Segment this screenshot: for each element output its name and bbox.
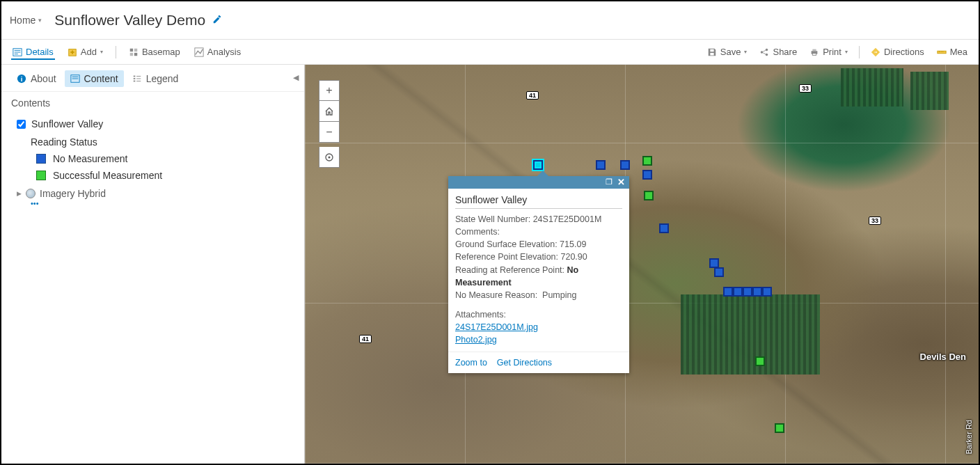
measure-label: Mea <box>950 47 967 57</box>
layer-more-icon[interactable]: ••• <box>11 199 294 207</box>
tab-content[interactable]: Content <box>65 70 124 87</box>
svg-point-13 <box>766 48 768 51</box>
layer-checkbox[interactable] <box>17 120 26 129</box>
popup-header: ❐ ✕ <box>448 176 629 189</box>
field-label: State Well Number: <box>455 214 530 224</box>
marker-no-measurement[interactable] <box>743 287 752 297</box>
details-label: Details <box>26 47 54 57</box>
marker-selected[interactable] <box>533 160 543 170</box>
basemap-layer-item[interactable]: ▶ Imagery Hybrid <box>11 184 294 199</box>
home-menu[interactable]: Home <box>10 15 42 26</box>
popup-title: Sunflower Valley <box>455 194 622 209</box>
svg-text:i: i <box>21 75 23 83</box>
zoom-in-button[interactable]: + <box>319 80 340 101</box>
save-label: Save <box>720 47 741 57</box>
svg-point-12 <box>761 51 764 54</box>
details-button[interactable]: Details <box>11 44 55 60</box>
marker-successful[interactable] <box>755 356 765 366</box>
tab-content-label: Content <box>84 73 118 84</box>
field-label: Reading at Reference Point: <box>455 265 564 275</box>
legend-row: No Measurement <box>11 150 294 167</box>
marker-successful[interactable] <box>644 191 654 200</box>
measure-button[interactable]: Mea <box>935 44 969 60</box>
sublayer-title: Reading Status <box>11 134 294 150</box>
directions-label: Directions <box>884 47 924 57</box>
expand-icon[interactable]: ▶ <box>17 190 22 197</box>
feature-popup: ❐ ✕ Sunflower Valley State Well Number: … <box>448 176 629 373</box>
layer-item[interactable]: Sunflower Valley <box>11 114 294 134</box>
farmland-patch <box>681 294 820 375</box>
directions-button[interactable]: Directions <box>869 44 926 60</box>
popup-tail <box>537 171 548 176</box>
share-label: Share <box>773 47 797 57</box>
analysis-label: Analysis <box>207 47 241 57</box>
highway-shield: 41 <box>359 335 372 343</box>
svg-rect-8 <box>134 48 137 51</box>
marker-no-measurement[interactable] <box>620 160 630 170</box>
marker-no-measurement[interactable] <box>709 258 719 268</box>
contents-heading: Contents <box>1 92 304 111</box>
analysis-button[interactable]: Analysis <box>193 44 242 60</box>
separator <box>116 46 116 58</box>
map-canvas[interactable]: + − 41 41 33 33 Devils Den Barker Rd <box>305 65 979 464</box>
marker-no-measurement[interactable] <box>752 287 762 297</box>
field-value: 715.09 <box>560 239 586 249</box>
basemap-layer-name: Imagery Hybrid <box>40 188 106 199</box>
field-label: Reference Point Elevation: <box>455 252 558 262</box>
marker-no-measurement[interactable] <box>596 160 606 170</box>
share-button[interactable]: Share <box>758 44 798 60</box>
marker-no-measurement[interactable] <box>659 223 669 233</box>
edit-title-icon[interactable] <box>212 15 222 26</box>
print-label: Print <box>823 47 841 57</box>
attachment-link[interactable]: 24S17E25D001M.jpg <box>455 322 538 332</box>
svg-rect-10 <box>134 52 137 55</box>
road-label: Barker Rd <box>965 420 973 455</box>
field-value: Pumping <box>542 290 576 300</box>
get-directions-link[interactable]: Get Directions <box>497 358 552 368</box>
attachment-link[interactable]: Photo2.jpg <box>455 335 497 345</box>
highway-shield: 41 <box>526 91 539 100</box>
zoom-out-button[interactable]: − <box>319 122 340 143</box>
marker-no-measurement[interactable] <box>714 267 724 277</box>
marker-no-measurement[interactable] <box>733 287 743 297</box>
save-button[interactable]: Save <box>706 44 749 60</box>
layer-name: Sunflower Valley <box>31 118 103 129</box>
marker-successful[interactable] <box>775 423 784 433</box>
svg-rect-21 <box>938 51 946 54</box>
svg-line-15 <box>764 50 766 52</box>
highway-shield: 33 <box>869 216 881 225</box>
marker-no-measurement[interactable] <box>762 287 772 297</box>
add-button[interactable]: Add <box>66 44 104 60</box>
marker-no-measurement[interactable] <box>723 287 733 297</box>
svg-rect-18 <box>813 49 816 51</box>
farmland-patch <box>910 72 949 110</box>
swatch-successful <box>36 171 46 180</box>
marker-successful[interactable] <box>642 156 652 166</box>
svg-point-14 <box>766 53 768 56</box>
tab-legend[interactable]: Legend <box>127 70 184 87</box>
collapse-sidebar-icon[interactable]: ◀ <box>293 73 299 82</box>
popup-close-icon[interactable]: ✕ <box>617 177 625 187</box>
highway-shield: 33 <box>799 84 812 93</box>
field-label: Comments: <box>455 227 500 237</box>
locate-button[interactable] <box>319 147 340 168</box>
zoom-to-link[interactable]: Zoom to <box>455 358 487 368</box>
svg-point-37 <box>329 156 331 158</box>
field-value: 24S17E25D001M <box>533 214 602 224</box>
add-label: Add <box>81 47 97 57</box>
field-label: No Measure Reason: <box>455 290 537 300</box>
tab-about[interactable]: i About <box>11 70 62 87</box>
svg-rect-19 <box>813 53 816 55</box>
sidebar: i About Content Legend ◀ Contents Sunflo… <box>1 65 305 464</box>
basemap-button[interactable]: Basemap <box>127 44 182 60</box>
svg-rect-7 <box>130 48 133 51</box>
svg-rect-34 <box>133 81 135 82</box>
print-button[interactable]: Print <box>808 44 849 60</box>
popup-maximize-icon[interactable]: ❐ <box>606 178 612 187</box>
marker-no-measurement[interactable] <box>642 170 652 180</box>
map-background <box>305 65 979 464</box>
home-extent-button[interactable] <box>319 101 340 122</box>
svg-rect-9 <box>130 52 133 55</box>
tab-legend-label: Legend <box>146 73 179 84</box>
map-title: Sunflower Valley Demo <box>54 12 205 29</box>
